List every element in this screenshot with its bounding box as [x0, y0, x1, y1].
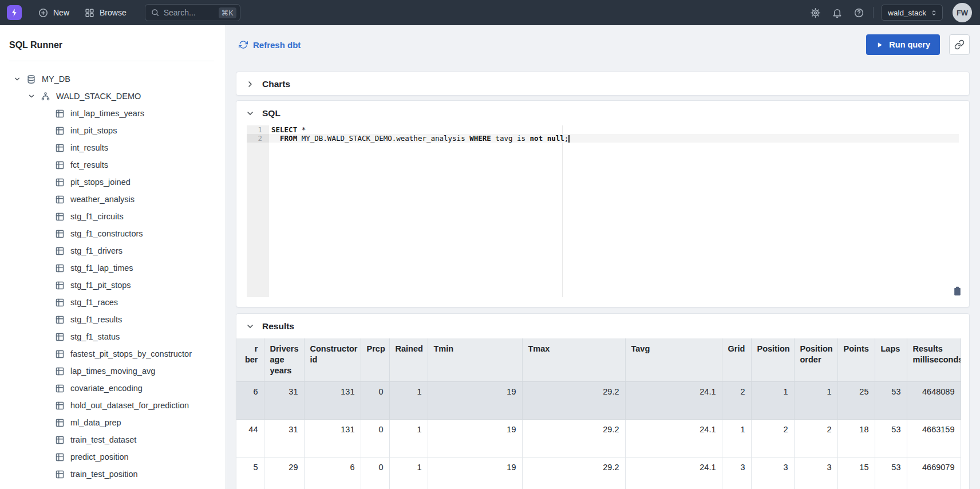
- refresh-dbt-link[interactable]: Refresh dbt: [239, 40, 301, 50]
- tree-item-table[interactable]: int_lap_times_years: [9, 105, 226, 122]
- tree-item-database[interactable]: MY_DB: [9, 70, 226, 88]
- lightning-bolt-icon: [10, 8, 19, 17]
- tree-item-table[interactable]: train_test_position: [9, 466, 226, 483]
- table-cell: 131: [304, 382, 361, 420]
- table-icon: [55, 315, 65, 325]
- table-icon: [55, 246, 65, 256]
- play-icon: [876, 41, 883, 49]
- tree-item-table[interactable]: int_pit_stops: [9, 122, 226, 139]
- tree-item-table[interactable]: fastest_pit_stops_by_constructor: [9, 345, 226, 362]
- tree-item-table[interactable]: ml_data_prep: [9, 414, 226, 431]
- tree-item-table[interactable]: stg_f1_pit_stops: [9, 277, 226, 294]
- topbar: New Browse ⌘K wal: [0, 0, 980, 25]
- table-name: predict_position: [70, 452, 129, 462]
- tree-item-table[interactable]: predict_position: [9, 448, 226, 466]
- copy-sql-button[interactable]: [953, 285, 962, 299]
- table-icon: [55, 349, 65, 359]
- column-header: Position order: [794, 338, 837, 382]
- table-name: hold_out_dataset_for_prediction: [70, 401, 189, 410]
- new-button[interactable]: New: [38, 7, 69, 18]
- tree-item-table[interactable]: stg_f1_constructors: [9, 225, 226, 242]
- tree-item-table[interactable]: fct_results: [9, 156, 226, 173]
- code-line: 1SELECT *: [247, 125, 959, 134]
- table-cell: 3: [722, 458, 751, 489]
- table-cell: 53: [875, 420, 907, 458]
- table-icon: [55, 281, 65, 290]
- sidebar-divider: [9, 61, 214, 61]
- column-header: Rained: [389, 338, 428, 382]
- tree-item-table[interactable]: stg_f1_lap_times: [9, 259, 226, 277]
- table-cell: 44: [236, 420, 264, 458]
- code-text: SELECT *: [269, 125, 959, 134]
- tree-item-table[interactable]: pit_stops_joined: [9, 173, 226, 191]
- tree-item-table[interactable]: stg_f1_drivers: [9, 242, 226, 259]
- search-box[interactable]: ⌘K: [145, 4, 240, 21]
- code-text: FROM MY_DB.WALD_STACK_DEMO.weather_analy…: [269, 134, 959, 143]
- table-cell: 0: [361, 420, 389, 458]
- table-cell: 53: [875, 458, 907, 489]
- table-cell: 24.1: [625, 458, 722, 489]
- avatar[interactable]: FW: [953, 3, 972, 22]
- table-icon: [55, 452, 65, 462]
- results-panel-header[interactable]: Results: [236, 314, 969, 338]
- tree-item-table[interactable]: stg_f1_status: [9, 328, 226, 345]
- database-name: MY_DB: [42, 74, 70, 84]
- table-cell: 1: [389, 458, 428, 489]
- schema-icon: [41, 92, 50, 101]
- sql-editor[interactable]: 1SELECT *2 FROM MY_DB.WALD_STACK_DEMO.we…: [247, 125, 959, 297]
- table-cell: 2: [751, 420, 794, 458]
- settings-button[interactable]: [810, 7, 821, 18]
- table-name: stg_f1_lap_times: [70, 263, 133, 273]
- table-cell: 29.2: [522, 382, 625, 420]
- tree-item-table[interactable]: stg_f1_races: [9, 294, 226, 311]
- table-name: pit_stops_joined: [70, 178, 131, 187]
- table-cell: 4669079: [907, 458, 961, 489]
- line-number: 1: [247, 125, 269, 134]
- table-cell: 4663159: [907, 420, 961, 458]
- charts-panel-header[interactable]: Charts: [236, 72, 969, 96]
- notifications-button[interactable]: [832, 7, 843, 18]
- help-button[interactable]: [853, 7, 864, 18]
- chevron-down-icon: [246, 109, 255, 118]
- tree-item-table[interactable]: weather_analysis: [9, 191, 226, 208]
- app-logo[interactable]: [7, 5, 22, 20]
- toolbar: Refresh dbt Run query: [236, 34, 970, 55]
- refresh-dbt-label: Refresh dbt: [253, 40, 301, 50]
- table-cell: 0: [361, 458, 389, 489]
- tree-item-table[interactable]: train_test_dataset: [9, 431, 226, 448]
- table-icon: [55, 332, 65, 342]
- table-name: train_test_position: [70, 470, 138, 479]
- table-cell: 18: [837, 420, 875, 458]
- browse-button[interactable]: Browse: [84, 7, 127, 18]
- table-cell: 0: [361, 382, 389, 420]
- tree-item-table[interactable]: hold_out_dataset_for_prediction: [9, 397, 226, 414]
- table-cell: 4648089: [907, 382, 961, 420]
- editor-print-margin: [562, 125, 563, 297]
- table-row: 5296011929.224.133315534669079: [236, 458, 961, 489]
- tree-item-table[interactable]: lap_times_moving_avg: [9, 362, 226, 380]
- search-input[interactable]: [164, 8, 219, 17]
- project-selector[interactable]: wald_stack: [881, 5, 943, 21]
- table-icon: [55, 160, 65, 170]
- table-icon: [55, 263, 65, 273]
- column-header: Constructor id: [304, 338, 361, 382]
- editor-gutter: [247, 125, 269, 297]
- sidebar: SQL Runner MY_DB WALD_STACK_DEMO: [0, 25, 226, 489]
- table-icon: [55, 229, 65, 239]
- tree-item-table[interactable]: covariate_encoding: [9, 380, 226, 397]
- share-link-button[interactable]: [949, 34, 970, 55]
- run-query-button[interactable]: Run query: [866, 34, 940, 55]
- tree-item-table[interactable]: stg_f1_circuits: [9, 208, 226, 225]
- bell-icon: [832, 7, 843, 18]
- column-header: Laps: [875, 338, 907, 382]
- column-header: Results milliseconds: [907, 338, 961, 382]
- tree-item-table[interactable]: int_results: [9, 139, 226, 156]
- tree-item-table[interactable]: stg_f1_results: [9, 311, 226, 328]
- tree-item-schema[interactable]: WALD_STACK_DEMO: [9, 88, 226, 105]
- chevron-down-icon: [27, 92, 35, 100]
- column-header: Grid: [722, 338, 751, 382]
- table-icon: [55, 435, 65, 445]
- sql-panel-header[interactable]: SQL: [236, 101, 969, 125]
- column-header: Position: [751, 338, 794, 382]
- table-icon: [55, 126, 65, 136]
